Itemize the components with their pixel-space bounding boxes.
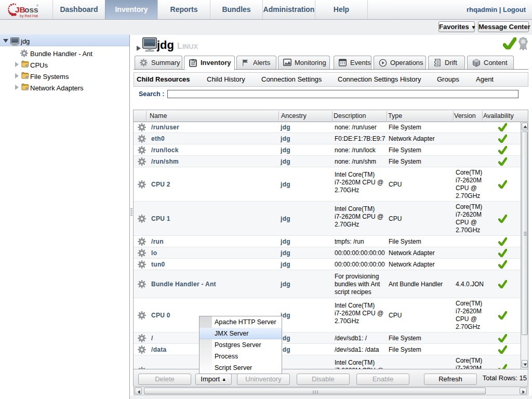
svg-text:®: ® [36, 4, 38, 7]
svg-text:JB: JB [15, 5, 25, 14]
svg-text:by Red Hat: by Red Hat [20, 14, 38, 18]
